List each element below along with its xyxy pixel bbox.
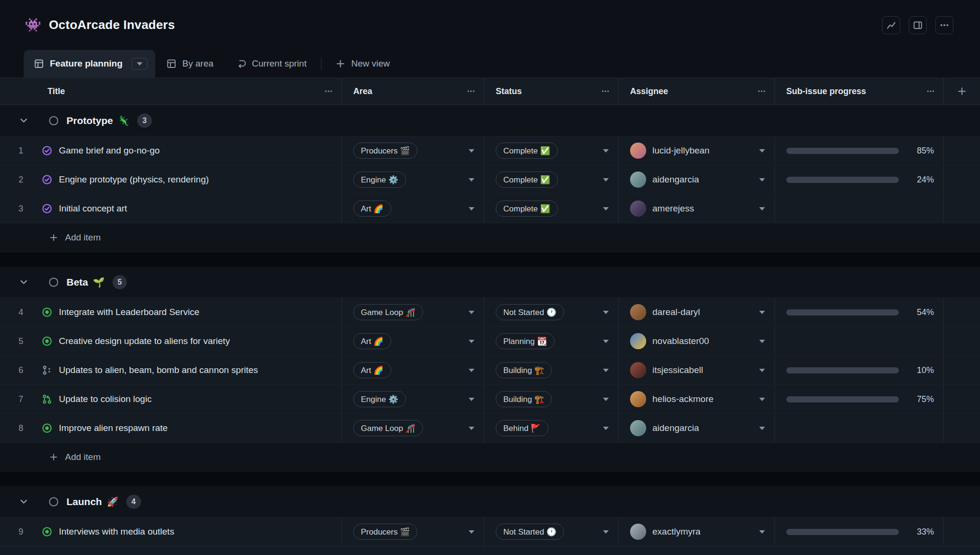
issue-title[interactable]: Updates to alien, beam, bomb and cannon … [59, 365, 258, 375]
area-pill[interactable]: Game Loop 🎢 [353, 420, 423, 436]
assignee-cell[interactable]: helios-ackmore [619, 385, 775, 413]
area-cell[interactable]: Producers 🎬 [342, 136, 484, 165]
area-pill[interactable]: Art 🌈 [353, 201, 391, 217]
area-pill[interactable]: Art 🌈 [353, 333, 391, 349]
dropdown-caret-icon[interactable] [759, 149, 765, 153]
dropdown-caret-icon[interactable] [469, 369, 474, 372]
status-cell[interactable]: Behind 🚩 [484, 414, 619, 442]
dropdown-caret-icon[interactable] [469, 340, 474, 343]
assignee-cell[interactable]: amerejess [619, 194, 775, 223]
status-cell[interactable]: Planning 📆 [484, 327, 619, 355]
area-cell[interactable]: Art 🌈 [342, 327, 484, 355]
assignee-cell[interactable]: exactlymyra [619, 517, 775, 546]
status-pill[interactable]: Complete ✅ [496, 172, 558, 188]
dropdown-caret-icon[interactable] [759, 369, 765, 372]
insights-button[interactable] [882, 16, 900, 34]
issue-title[interactable]: Interviews with media outlets [59, 526, 174, 537]
dropdown-caret-icon[interactable] [759, 530, 765, 534]
status-cell[interactable]: Building 🏗️ [484, 385, 619, 413]
issue-title[interactable]: Game brief and go-no-go [59, 145, 160, 156]
area-pill[interactable]: Art 🌈 [353, 362, 391, 378]
side-panel-button[interactable] [909, 16, 927, 34]
issue-title[interactable]: Engine prototype (physics, rendering) [59, 174, 209, 185]
assignee-cell[interactable]: lucid-jellybean [619, 136, 775, 165]
dropdown-caret-icon[interactable] [469, 311, 474, 314]
assignee-cell[interactable]: aidengarcia [619, 414, 775, 442]
assignee-cell[interactable]: aidengarcia [619, 165, 775, 194]
add-column-button[interactable] [944, 78, 980, 105]
area-cell[interactable]: Art 🌈 [342, 356, 484, 384]
dropdown-caret-icon[interactable] [469, 398, 474, 401]
view-options-button[interactable] [132, 58, 148, 70]
dropdown-caret-icon[interactable] [469, 178, 474, 182]
status-pill[interactable]: Complete ✅ [496, 143, 558, 159]
area-cell[interactable]: Engine ⚙️ [342, 385, 484, 413]
dropdown-caret-icon[interactable] [759, 427, 765, 430]
dropdown-caret-icon[interactable] [469, 530, 474, 534]
dropdown-caret-icon[interactable] [603, 311, 609, 314]
status-cell[interactable]: Complete ✅ [484, 194, 619, 223]
area-cell[interactable]: Engine ⚙️ [342, 165, 484, 194]
area-cell[interactable]: Game Loop 🎢 [342, 414, 484, 442]
dropdown-caret-icon[interactable] [603, 398, 609, 401]
add-item-button[interactable]: Add item [0, 443, 980, 472]
dropdown-caret-icon[interactable] [603, 340, 609, 343]
tab-by-area[interactable]: By area [155, 50, 225, 77]
status-pill[interactable]: Building 🏗️ [496, 391, 552, 407]
dropdown-caret-icon[interactable] [603, 369, 609, 372]
area-pill[interactable]: Producers 🎬 [353, 524, 417, 540]
tab-feature-planning[interactable]: Feature planning [24, 50, 155, 77]
new-view-button[interactable]: New view [324, 50, 401, 77]
dropdown-caret-icon[interactable] [603, 149, 609, 153]
area-cell[interactable]: Producers 🎬 [342, 517, 484, 546]
status-pill[interactable]: Building 🏗️ [496, 362, 552, 378]
status-cell[interactable]: Building 🏗️ [484, 356, 619, 384]
collapse-group-button[interactable] [19, 278, 28, 287]
dropdown-caret-icon[interactable] [759, 207, 765, 211]
add-item-button[interactable]: Add item [0, 223, 980, 252]
status-pill[interactable]: Planning 📆 [496, 333, 555, 349]
dropdown-caret-icon[interactable] [759, 398, 765, 401]
status-cell[interactable]: Complete ✅ [484, 136, 619, 165]
column-menu-button[interactable] [324, 87, 333, 96]
assignee-cell[interactable]: itsjessicabell [619, 356, 775, 384]
column-menu-button[interactable] [467, 87, 475, 96]
dropdown-caret-icon[interactable] [759, 340, 765, 343]
column-menu-button[interactable] [926, 87, 935, 96]
area-cell[interactable]: Game Loop 🎢 [342, 298, 484, 326]
area-pill[interactable]: Game Loop 🎢 [353, 304, 423, 320]
issue-title[interactable]: Integrate with Leaderboard Service [59, 307, 199, 317]
area-pill[interactable]: Engine ⚙️ [353, 391, 406, 407]
dropdown-caret-icon[interactable] [469, 427, 474, 430]
collapse-group-button[interactable] [19, 116, 28, 125]
area-pill[interactable]: Producers 🎬 [353, 143, 417, 159]
assignee-cell[interactable]: dareal-daryl [619, 298, 775, 326]
status-cell[interactable]: Complete ✅ [484, 165, 619, 194]
dropdown-caret-icon[interactable] [603, 530, 609, 534]
status-cell[interactable]: Not Started 🕐 [484, 517, 619, 546]
collapse-group-button[interactable] [19, 497, 28, 507]
tab-current-sprint[interactable]: Current sprint [225, 50, 318, 77]
dropdown-caret-icon[interactable] [603, 207, 609, 211]
dropdown-caret-icon[interactable] [603, 178, 609, 182]
status-cell[interactable]: Not Started 🕐 [484, 298, 619, 326]
more-options-button[interactable] [935, 16, 953, 34]
column-menu-button[interactable] [601, 87, 610, 96]
issue-title[interactable]: Initial concept art [59, 203, 127, 214]
dropdown-caret-icon[interactable] [603, 427, 609, 430]
issue-title[interactable]: Update to colision logic [59, 394, 151, 404]
status-pill[interactable]: Not Started 🕐 [496, 524, 564, 540]
issue-title[interactable]: Creative design update to aliens for var… [59, 336, 230, 346]
status-pill[interactable]: Behind 🚩 [496, 420, 548, 436]
column-menu-button[interactable] [757, 87, 766, 96]
status-pill[interactable]: Complete ✅ [496, 201, 558, 217]
dropdown-caret-icon[interactable] [469, 149, 474, 153]
dropdown-caret-icon[interactable] [469, 207, 474, 211]
area-pill[interactable]: Engine ⚙️ [353, 172, 406, 188]
assignee-cell[interactable]: novablaster00 [619, 327, 775, 355]
issue-title[interactable]: Improve alien respawn rate [59, 423, 168, 433]
area-cell[interactable]: Art 🌈 [342, 194, 484, 223]
status-pill[interactable]: Not Started 🕐 [496, 304, 564, 320]
dropdown-caret-icon[interactable] [759, 178, 765, 182]
dropdown-caret-icon[interactable] [759, 311, 765, 314]
